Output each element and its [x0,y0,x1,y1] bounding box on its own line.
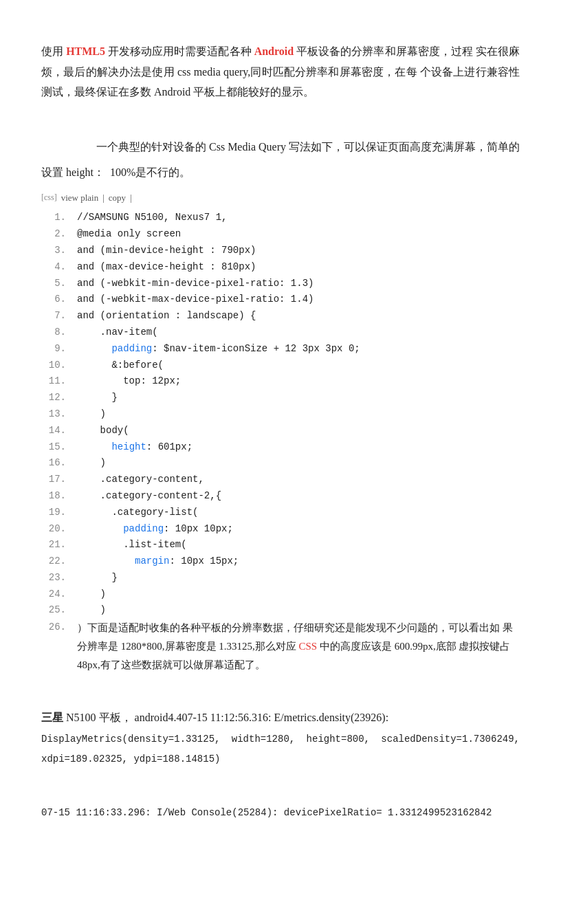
device-type: 平板， [99,712,132,723]
code-line-3: 3. and (min-device-height : 790px) [41,243,520,259]
copy-link[interactable]: copy [109,190,126,206]
line-num-9: 9. [41,341,66,358]
line-num-14: 14. [41,423,66,439]
line-num-17: 17. [41,472,66,488]
code-line-20: 20. padding: 10px 10px; [41,521,520,538]
line-code-23: } [77,570,118,586]
line-num-21: 21. [41,537,66,553]
line-code-25: ) [77,602,106,619]
line-num-1: 1. [41,210,66,226]
code-line-1: 1. //SAMSUNG N5100, Nexus7 1, [41,210,520,226]
code-line-26: 26. ）下面是适配时收集的各种平板的分辨率数据，仔细研究还是能发现不少问题的，… [41,619,520,674]
lang-badge: [css] [41,190,57,206]
device-name: N5100 [66,712,96,723]
line-code-1: //SAMSUNG N5100, Nexus7 1, [77,210,227,226]
line-num-23: 23. [41,570,66,586]
line-num-18: 18. [41,488,66,505]
code-line-9: 9. padding: $nav-item-iconSize + 12 3px … [41,341,520,358]
section-gap-2 [41,777,520,799]
code-line-19: 19. .category-list( [41,505,520,521]
line-num-3: 3. [41,243,66,259]
code-line-11: 11. top: 12px; [41,373,520,390]
code-line-24: 24. ) [41,586,520,603]
samsung-label: 三星 [41,712,63,723]
code-line-22: 22. margin: 10px 15px; [41,553,520,570]
line-num-11: 11. [41,373,66,390]
code-line-12: 12. } [41,390,520,406]
line-num-7: 7. [41,308,66,324]
line-code-8: .nav-item( [77,324,158,341]
samsung-section: 三星 N5100 平板， android4.407-15 11:12:56.31… [41,707,520,769]
line-code-5: and (-webkit-min-device-pixel-ratio: 1.3… [77,276,314,292]
line-code-16: ) [77,455,106,472]
line-num-6: 6. [41,292,66,308]
code-line-4: 4. and (max-device-height : 810px) [41,259,520,276]
console-line: 07-15 11:16:33.296: I/Web Console(25284)… [41,804,520,822]
line-code-9: padding: $nav-item-iconSize + 12 3px 3px… [77,341,360,358]
line-num-20: 20. [41,521,66,538]
line-num-16: 16. [41,455,66,472]
line-code-13: ) [77,406,106,423]
line-code-4: and (max-device-height : 810px) [77,259,256,276]
line-code-17: .category-content, [77,472,204,488]
code-block: 1. //SAMSUNG N5100, Nexus7 1, 2. @media … [41,210,520,674]
line-num-15: 15. [41,439,66,456]
code-line-15: 15. height: 601px; [41,439,520,456]
code-line-5: 5. and (-webkit-min-device-pixel-ratio: … [41,276,520,292]
code-line-13: 13. ) [41,406,520,423]
copy-separator: | [102,190,104,206]
line-code-11: top: 12px; [77,373,181,390]
line-num-22: 22. [41,553,66,570]
line-code-12: } [77,390,118,406]
line-num-26: 26. [41,619,66,636]
section-gap-1 [41,685,520,707]
line-code-19: .category-list( [77,505,198,521]
line-code-14: body( [77,423,129,439]
code-toolbar: [css] view plain | copy | [41,190,520,206]
spacer-1 [41,109,520,137]
code-line-2: 2. @media only screen [41,226,520,243]
intro-paragraph: 使用 HTML5 开发移动应用时需要适配各种 Android 平板设备的分辨率和… [41,41,520,102]
height-note: 设置 height： 100%是不行的。 [41,162,520,183]
metrics-details: DisplayMetrics(density=1.33125, width=12… [41,734,520,765]
code-line-7: 7. and (orientation : landscape) { [41,308,520,324]
code-line-18: 18. .category-content-2,{ [41,488,520,505]
line-num-2: 2. [41,226,66,243]
code-line-8: 8. .nav-item( [41,324,520,341]
code-line-10: 10. &:before( [41,358,520,374]
line-num-24: 24. [41,586,66,603]
line-code-7: and (orientation : landscape) { [77,308,256,324]
code-line-14: 14. body( [41,423,520,439]
code-line-21: 21. .list-item( [41,537,520,553]
code-line-23: 23. } [41,570,520,586]
html5-highlight: HTML5 [66,45,105,57]
code-line-25: 25. ) [41,602,520,619]
pipe2: | [130,190,132,206]
line-code-2: @media only screen [77,226,181,243]
line-code-10: &:before( [77,358,164,374]
code-line-6: 6. and (-webkit-max-device-pixel-ratio: … [41,292,520,308]
android-highlight: Android [254,45,294,57]
line-num-10: 10. [41,358,66,374]
line-code-6: and (-webkit-max-device-pixel-ratio: 1.4… [77,292,314,308]
media-query-intro: 一个典型的针对设备的 Css Media Query 写法如下，可以保证页面高度… [96,137,520,157]
line-code-15: height: 601px; [77,439,192,456]
line-num-19: 19. [41,505,66,521]
code-line-17: 17. .category-content, [41,472,520,488]
line-num-13: 13. [41,406,66,423]
line-code-18: .category-content-2,{ [77,488,221,505]
line-num-25: 25. [41,602,66,619]
code-line-16: 16. ) [41,455,520,472]
line-num-12: 12. [41,390,66,406]
view-plain-link[interactable]: view plain [61,190,99,206]
line-code-3: and (min-device-height : 790px) [77,243,256,259]
android-version: android4.407-15 11:12:56.316: E/metrics.… [135,712,389,723]
line-code-24: ) [77,586,106,603]
line-num-4: 4. [41,259,66,276]
line-code-20: padding: 10px 10px; [77,521,233,538]
line-num-8: 8. [41,324,66,341]
line-code-26: ）下面是适配时收集的各种平板的分辨率数据，仔细研究还是能发现不少问题的，可以看出… [77,619,520,674]
line-num-5: 5. [41,276,66,292]
line-code-22: margin: 10px 15px; [77,553,239,570]
line-code-21: .list-item( [77,537,187,553]
